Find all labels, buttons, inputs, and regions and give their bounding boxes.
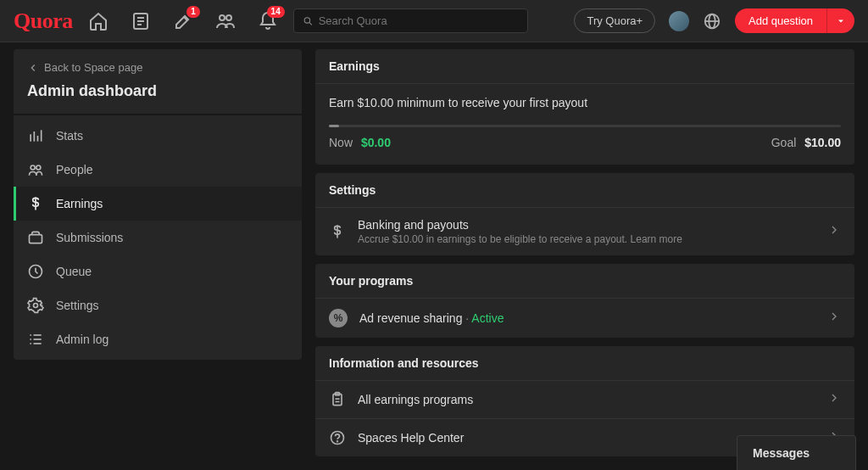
chevron-left-icon	[27, 62, 39, 74]
back-link[interactable]: Back to Space page	[27, 61, 288, 74]
now-value: $0.00	[361, 136, 391, 149]
dashboard-title: Admin dashboard	[27, 82, 288, 100]
search-icon	[303, 15, 314, 27]
chevron-right-icon	[827, 223, 841, 240]
svg-line-7	[309, 22, 312, 25]
gear-icon	[27, 297, 44, 314]
sidebar-item-earnings[interactable]: Earnings	[14, 187, 302, 221]
stats-icon	[27, 127, 44, 144]
ad-revenue-title: Ad revenue sharing · Active	[359, 311, 815, 325]
svg-point-4	[220, 15, 225, 20]
nav-icons: 1 14	[88, 11, 278, 31]
sidebar-menu: Stats People Earnings Submissions Queue …	[14, 115, 302, 360]
sidebar-item-submissions[interactable]: Submissions	[14, 221, 302, 255]
svg-point-16	[36, 165, 41, 170]
clipboard-icon	[329, 391, 346, 408]
home-icon[interactable]	[88, 11, 108, 31]
chevron-down-icon	[836, 16, 846, 26]
earnings-body: Earn $10.00 minimum to receive your firs…	[315, 84, 854, 165]
clock-icon	[27, 263, 44, 280]
people-icon	[27, 161, 44, 178]
search-box[interactable]	[293, 8, 528, 33]
svg-rect-18	[30, 235, 42, 243]
main: Back to Space page Admin dashboard Stats…	[0, 42, 868, 463]
now-label: Now	[329, 136, 353, 149]
sidebar-item-label: Settings	[56, 299, 99, 312]
svg-point-6	[304, 17, 309, 22]
sidebar-item-settings[interactable]: Settings	[14, 288, 302, 322]
log-icon	[27, 331, 44, 348]
settings-header: Settings	[315, 173, 854, 208]
try-quora-plus-button[interactable]: Try Quora+	[574, 8, 655, 33]
status-active: Active	[471, 311, 504, 325]
earnings-progress	[329, 125, 841, 127]
learn-more-link[interactable]: Learn more	[631, 233, 682, 245]
people-icon[interactable]	[215, 11, 236, 31]
content: Earnings Earn $10.00 minimum to receive …	[315, 49, 854, 456]
edit-icon[interactable]: 1	[173, 11, 193, 31]
bell-icon[interactable]: 14	[258, 11, 278, 31]
bell-badge: 14	[267, 6, 285, 18]
programs-header: Your programs	[315, 264, 854, 299]
goal-label: Goal	[771, 136, 797, 149]
info-header: Information and resources	[315, 346, 854, 381]
sidebar-header: Back to Space page Admin dashboard	[14, 49, 302, 114]
dollar-icon	[329, 223, 346, 240]
sidebar-item-label: People	[56, 163, 93, 176]
sidebar-item-queue[interactable]: Queue	[14, 255, 302, 288]
back-label: Back to Space page	[44, 61, 142, 74]
globe-icon[interactable]	[703, 12, 721, 31]
svg-point-15	[31, 165, 35, 170]
quora-logo[interactable]: Quora	[14, 8, 73, 34]
list-icon[interactable]	[131, 11, 151, 31]
sidebar-item-label: Admin log	[56, 333, 108, 346]
earnings-card: Earnings Earn $10.00 minimum to receive …	[315, 49, 854, 165]
help-icon	[329, 429, 346, 446]
chevron-right-icon	[827, 310, 841, 327]
svg-point-33	[337, 441, 338, 442]
dollar-icon	[27, 195, 44, 212]
messages-button[interactable]: Messages	[737, 435, 856, 470]
search-input[interactable]	[319, 14, 519, 27]
sidebar-item-label: Earnings	[56, 197, 103, 210]
all-programs-title: All earnings programs	[358, 393, 815, 406]
sidebar-item-admin-log[interactable]: Admin log	[14, 322, 302, 356]
goal-value: $10.00	[804, 136, 841, 149]
banking-payouts-item[interactable]: Banking and payouts Accrue $10.00 in ear…	[315, 208, 854, 255]
percent-icon: %	[329, 309, 348, 327]
svg-point-5	[226, 15, 231, 20]
all-programs-item[interactable]: All earnings programs	[315, 381, 854, 418]
earnings-header: Earnings	[315, 49, 854, 84]
add-question-wrap: Add question	[735, 8, 854, 33]
settings-card: Settings Banking and payouts Accrue $10.…	[315, 173, 854, 255]
programs-card: Your programs % Ad revenue sharing · Act…	[315, 264, 854, 338]
sidebar-item-label: Queue	[56, 265, 92, 278]
earnings-message: Earn $10.00 minimum to receive your firs…	[329, 96, 841, 109]
top-header: Quora 1 14 Try Quora+ Add question	[0, 0, 868, 42]
add-question-dropdown[interactable]	[826, 8, 854, 33]
sidebar: Back to Space page Admin dashboard Stats…	[14, 49, 302, 456]
add-question-button[interactable]: Add question	[735, 8, 826, 33]
sidebar-item-stats[interactable]: Stats	[14, 119, 302, 153]
svg-point-20	[34, 304, 38, 308]
banking-title: Banking and payouts	[358, 218, 815, 232]
sidebar-item-label: Stats	[56, 129, 83, 143]
progress-labels: Now $0.00 Goal $10.00	[329, 136, 841, 158]
banking-subtitle: Accrue $10.00 in earnings to be eligible…	[358, 233, 815, 245]
avatar[interactable]	[669, 11, 689, 31]
inbox-icon	[27, 229, 44, 246]
sidebar-item-label: Submissions	[56, 231, 123, 244]
chevron-right-icon	[827, 391, 841, 408]
header-right: Try Quora+ Add question	[574, 8, 854, 33]
ad-revenue-item[interactable]: % Ad revenue sharing · Active	[315, 299, 854, 338]
edit-badge: 1	[186, 6, 200, 18]
sidebar-item-people[interactable]: People	[14, 153, 302, 187]
